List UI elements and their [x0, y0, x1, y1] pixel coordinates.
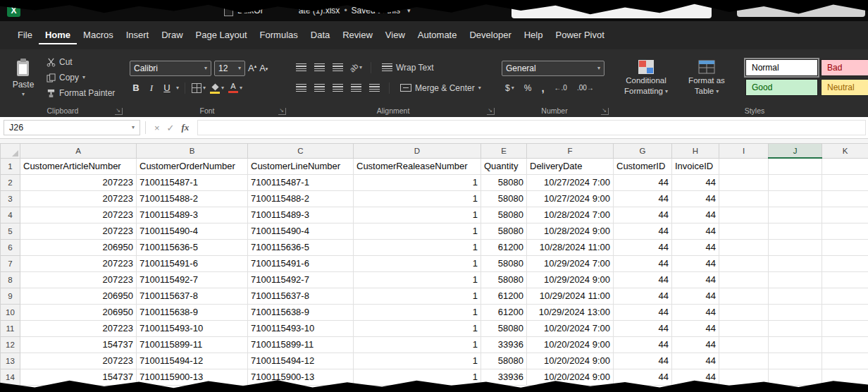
cell-H10[interactable]: 44 — [672, 305, 719, 321]
cell-D7[interactable]: 1 — [354, 256, 481, 272]
col-header-A[interactable]: A — [20, 144, 137, 159]
cell-H1[interactable]: InvoiceID — [672, 158, 719, 175]
cell-C6[interactable]: 7100115636-5 — [248, 240, 354, 256]
cell-J5[interactable] — [769, 223, 822, 240]
cell-J6[interactable] — [769, 240, 822, 256]
row-header-10[interactable]: 10 — [1, 305, 20, 321]
number-format-select[interactable]: General ▾ — [502, 61, 604, 76]
cell-I5[interactable] — [719, 223, 769, 240]
cell-H4[interactable]: 44 — [672, 207, 719, 223]
cell-E10[interactable]: 61200 — [481, 305, 527, 321]
cell-C5[interactable]: 7100115490-4 — [248, 223, 354, 240]
cell-F2[interactable]: 10/27/2024 7:00 — [527, 175, 614, 191]
cell-C2[interactable]: 7100115487-1 — [248, 175, 354, 191]
menu-tab-insert[interactable]: Insert — [120, 26, 156, 45]
menu-tab-review[interactable]: Review — [336, 26, 379, 45]
wrap-text-button[interactable]: Wrap Text — [378, 60, 438, 75]
cell-D13[interactable]: 1 — [354, 353, 481, 369]
cell-D14[interactable]: 1 — [354, 369, 481, 386]
cell-F10[interactable]: 10/29/2024 13:00 — [527, 305, 614, 321]
increase-decimal-button[interactable]: ←.0 — [551, 81, 571, 95]
cell-E8[interactable]: 58080 — [481, 272, 527, 288]
font-color-button[interactable]: A ▾ — [228, 81, 243, 95]
col-header-C[interactable]: C — [248, 144, 354, 159]
row-header-8[interactable]: 8 — [1, 272, 20, 288]
cell-C1[interactable]: CustomerLineNumber — [248, 158, 354, 175]
cell-G5[interactable]: 44 — [614, 223, 672, 240]
cell-G4[interactable]: 44 — [614, 207, 672, 223]
cell-E2[interactable]: 58080 — [481, 175, 527, 191]
cell-K2[interactable] — [822, 175, 868, 191]
search-box[interactable] — [512, 3, 712, 18]
row-header-3[interactable]: 3 — [1, 191, 20, 207]
cell-F7[interactable]: 10/29/2024 7:00 — [527, 256, 614, 272]
font-size-select[interactable]: 12 ▾ — [214, 61, 245, 76]
cell-A13[interactable]: 207223 — [20, 353, 137, 369]
merge-center-button[interactable]: Merge & Center ▾ — [397, 80, 485, 96]
cell-J1[interactable] — [769, 158, 822, 175]
menu-tab-page-layout[interactable]: Page Layout — [190, 26, 254, 45]
row-header-13[interactable]: 13 — [1, 353, 20, 369]
cell-D3[interactable]: 1 — [354, 191, 481, 207]
cell-K12[interactable] — [822, 337, 868, 353]
name-box[interactable]: J26 ▾ — [4, 120, 140, 135]
cell-E13[interactable]: 58080 — [481, 353, 527, 369]
row-header-12[interactable]: 12 — [1, 337, 20, 353]
cell-J9[interactable] — [769, 288, 822, 305]
cell-K14[interactable] — [822, 369, 868, 386]
format-painter-button[interactable]: Format Painter — [44, 86, 118, 101]
cell-D11[interactable]: 1 — [354, 321, 481, 337]
menu-tab-data[interactable]: Data — [304, 26, 336, 45]
cell-B5[interactable]: 7100115490-4 — [137, 223, 248, 240]
menu-tab-file[interactable]: File — [11, 26, 39, 45]
cell-C10[interactable]: 7100115638-9 — [248, 305, 354, 321]
cell-I8[interactable] — [719, 272, 769, 288]
cell-B1[interactable]: CustomerOrderNumber — [137, 158, 248, 175]
cell-H13[interactable]: 44 — [672, 353, 719, 369]
align-bottom-button[interactable] — [330, 61, 345, 75]
cell-B4[interactable]: 7100115489-3 — [137, 207, 248, 223]
cell-I3[interactable] — [719, 191, 769, 207]
percent-style-button[interactable]: % — [521, 81, 535, 95]
chevron-down-icon[interactable]: ▾ — [407, 8, 411, 14]
underline-button[interactable]: U — [161, 82, 173, 93]
bold-button[interactable]: B — [130, 82, 142, 93]
increase-indent-button[interactable] — [366, 81, 382, 95]
cell-B10[interactable]: 7100115638-9 — [137, 305, 248, 321]
cell-E7[interactable]: 58080 — [481, 256, 527, 272]
borders-button[interactable]: ▾ — [191, 81, 206, 95]
cell-K6[interactable] — [822, 240, 868, 256]
cell-G14[interactable]: 44 — [614, 369, 672, 386]
cell-H8[interactable]: 44 — [672, 272, 719, 288]
cell-D1[interactable]: CustomerRealeaseNumber — [354, 158, 481, 175]
cell-E1[interactable]: Quantity — [481, 158, 527, 175]
menu-tab-power-pivot[interactable]: Power Pivot — [549, 26, 610, 45]
row-header-11[interactable]: 11 — [1, 321, 20, 337]
cell-A10[interactable]: 206950 — [20, 305, 137, 321]
cell-F3[interactable]: 10/27/2024 9:00 — [527, 191, 614, 207]
formula-input[interactable] — [197, 120, 866, 135]
font-family-select[interactable]: Calibri ▾ — [130, 61, 211, 76]
cell-F6[interactable]: 10/28/2024 11:00 — [527, 240, 614, 256]
cell-D6[interactable]: 1 — [354, 240, 481, 256]
cell-I6[interactable] — [719, 240, 769, 256]
cell-C12[interactable]: 7100115899-11 — [248, 337, 354, 353]
cell-J14[interactable] — [769, 369, 822, 386]
cell-A11[interactable]: 207223 — [20, 321, 137, 337]
menu-tab-view[interactable]: View — [379, 26, 411, 45]
cell-J12[interactable] — [769, 337, 822, 353]
alignment-dialog-launcher-icon[interactable]: ↘ — [487, 108, 495, 115]
cell-F1[interactable]: DeliveryDate — [527, 158, 614, 175]
cell-A14[interactable]: 154737 — [20, 369, 137, 386]
cell-B3[interactable]: 7100115488-2 — [137, 191, 248, 207]
number-dialog-launcher-icon[interactable]: ↘ — [601, 108, 609, 115]
cell-B2[interactable]: 7100115487-1 — [137, 175, 248, 191]
cell-D5[interactable]: 1 — [354, 223, 481, 240]
row-header-4[interactable]: 4 — [1, 207, 20, 223]
col-header-F[interactable]: F — [527, 144, 614, 159]
comma-style-button[interactable]: , — [538, 81, 547, 95]
menu-tab-developer[interactable]: Developer — [463, 26, 517, 45]
cell-H2[interactable]: 44 — [672, 175, 719, 191]
decrease-font-size-button[interactable]: A — [259, 63, 268, 73]
cell-H3[interactable]: 44 — [672, 191, 719, 207]
